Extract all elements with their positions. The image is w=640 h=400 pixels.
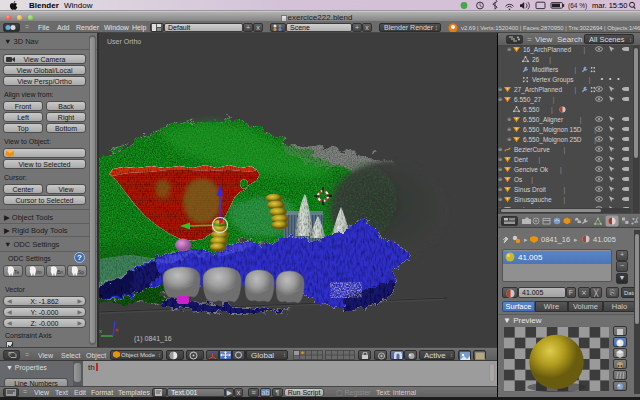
svg-text:mar. 15:50: mar. 15:50 bbox=[592, 1, 627, 10]
svg-text:Te: Te bbox=[14, 269, 20, 275]
svg-text:(1) 0841_16: (1) 0841_16 bbox=[134, 335, 172, 343]
svg-text:User Ortho: User Ortho bbox=[107, 38, 141, 45]
svg-text:0841_16: 0841_16 bbox=[541, 235, 570, 244]
svg-text:Sp: Sp bbox=[78, 269, 84, 275]
svg-text:Im: Im bbox=[36, 269, 42, 275]
svg-text:▸: ▸ bbox=[524, 236, 528, 243]
svg-text:Bri: Bri bbox=[57, 269, 63, 275]
svg-text:x: x bbox=[99, 328, 102, 334]
svg-text:▸: ▸ bbox=[574, 236, 578, 243]
svg-text:(64 %): (64 %) bbox=[568, 2, 587, 10]
svg-text:?: ? bbox=[77, 253, 82, 262]
svg-text:41.005: 41.005 bbox=[593, 235, 616, 244]
